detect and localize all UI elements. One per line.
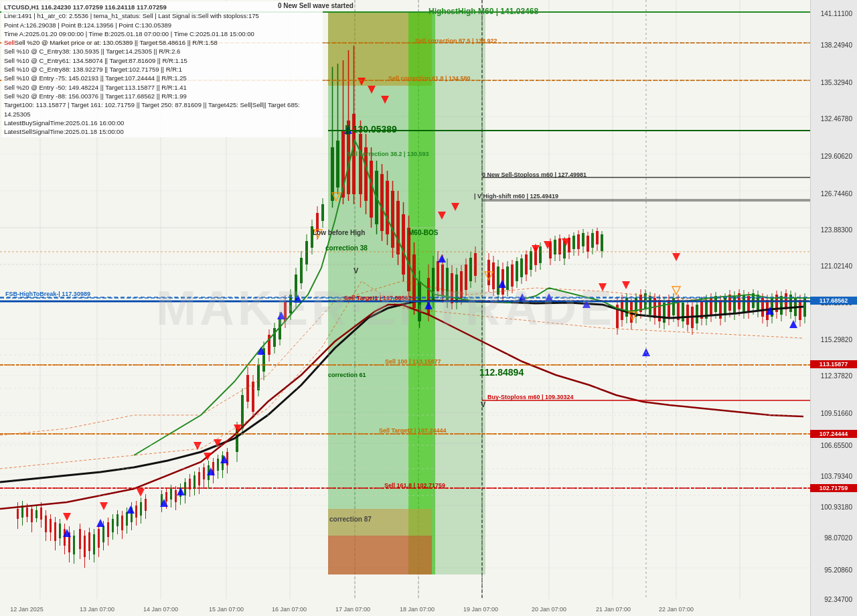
chart-title-line: LTCUSD,H1 116.24230 117.07259 116.24118 … (4, 3, 320, 11)
buy-stoploss-label: Buy-Stoploss m60 | 109.30324 (487, 394, 574, 400)
price-141: 141.11100 (821, 10, 856, 17)
chart-container: MAKER·ZI·TRADE (0, 0, 857, 616)
correction-382-label: Sell correction 38.2 | 130.593 (347, 151, 429, 157)
date-18jan: 18 Jan 07:00 (400, 606, 435, 613)
date-16jan: 16 Jan 07:00 (272, 606, 307, 613)
price-100: 100.93180 (821, 504, 856, 511)
price-121: 121.02140 (821, 262, 856, 270)
info-line6: SellSell %20 @ Market price or at: 130.0… (4, 38, 320, 47)
date-22jan: 22 Jan 07:00 (659, 606, 694, 613)
price-103: 103.79340 (821, 473, 856, 480)
sell-target2-label: Sell Target2 | 107.24444 (379, 427, 446, 434)
price-106: 106.65500 (821, 442, 856, 449)
info-line13: Target100: 113.15877 | Target 161: 102.7… (4, 100, 320, 119)
date-20jan: 20 Jan 07:00 (532, 606, 566, 613)
price-95: 95.20860 (824, 566, 856, 574)
date-17jan: 17 Jan 07:00 (335, 606, 370, 613)
price-123: 123.88300 (821, 226, 856, 234)
main-level-label: || 130.05389 (345, 124, 397, 135)
date-21jan: 21 Jan 07:00 (596, 606, 631, 613)
price-98: 98.07020 (824, 534, 856, 542)
sell-correction-618-label: Sell correction 61.8 | 134.580 (388, 75, 471, 82)
price-135: 135.32940 (821, 79, 856, 86)
info-line14: LatestBuySignalTime:2025.01.16 16:00:00 (4, 119, 320, 127)
date-13jan: 13 Jan 07:00 (80, 606, 114, 613)
sell-correction-875-label: Sell correction 87.5 | 138.922 (415, 37, 497, 44)
fsb-high-label: FSB-HighToBreak-| 117.30989 (5, 291, 90, 297)
low-before-high-label: Low before High (313, 229, 365, 236)
info-line5: Time A:2025.01.20 09:00:00 | Time B:2025… (4, 29, 320, 38)
correction-87-label: correction 87 (329, 516, 372, 523)
info-line7: Sell %10 @ C_Entry38: 130.5935 || Target… (4, 47, 320, 56)
price-138: 138.24940 (821, 42, 856, 49)
highest-high-label: HighestHigh M60 | 141.03468 (428, 7, 538, 16)
price-129: 129.60620 (821, 153, 856, 160)
info-line8: Sell %10 @ C_Entry61: 134.58074 || Targe… (4, 56, 320, 65)
badge-113: 113.15877 (810, 360, 857, 368)
date-15jan: 15 Jan 07:00 (209, 606, 244, 613)
info-line10: Sell %10 @ Entry -75: 145.02193 || Targe… (4, 74, 320, 82)
price-112: 112.37820 (821, 372, 856, 380)
price-92: 92.34700 (824, 596, 856, 603)
sell-100-label: Sell 100 | 113.15877 (385, 358, 441, 365)
m60-bos-label: M60-BOS (408, 229, 438, 236)
date-19jan: 19 Jan 07:00 (463, 606, 498, 613)
correction-61-label: correction 61 (328, 372, 366, 378)
date-14jan: 14 Jan 07:00 (143, 606, 178, 613)
high-shift-label: | V High-shift m60 | 125.49419 (474, 193, 558, 200)
sell-1618-label: Sell 161.8 | 102.71759 (384, 482, 445, 489)
date-12jan: 12 Jan 2025 (10, 606, 44, 613)
price-axis: 141.11100 138.24940 135.32940 132.46780 … (810, 0, 857, 616)
sell-wave-notification: 0 New Sell wave started (278, 2, 354, 9)
info-line15: LatestSellSignalTime:2025.01.18 15:00:00 (4, 127, 320, 136)
badge-102: 102.71759 (810, 484, 857, 492)
info-line2: Line:1491 | h1_atr_c0: 2.5536 | tema_h1_… (4, 11, 320, 20)
price-115: 115.29820 (821, 336, 856, 343)
sell-stoploss-label: 0 New Sell-Stoploss m60 | 127.49981 (482, 171, 587, 178)
price-109: 109.51660 (821, 410, 856, 417)
price-132: 132.46780 (821, 115, 856, 123)
info-line11: Sell %20 @ Entry -50: 149.48224 || Targe… (4, 83, 320, 92)
badge-117: 117.68562 (810, 297, 857, 305)
main-value-label: 112.84894 (479, 367, 524, 378)
info-line12: Sell %20 @ Entry -88: 156.00376 || Targe… (4, 92, 320, 100)
badge-107: 107.24444 (810, 430, 857, 438)
info-panel: LTCUSD,H1 116.24230 117.07259 116.24118 … (1, 1, 323, 137)
sell-target1-label: Sell Target1 | 117.68562 (344, 295, 411, 301)
info-line9: Sell %10 @ C_Entry88: 138.92279 || Targe… (4, 65, 320, 74)
info-line4: Point A:126.29038 | Point B:124.13956 | … (4, 21, 320, 29)
price-126: 126.74460 (821, 190, 856, 198)
correction-38-label: correction 38 (325, 244, 368, 252)
